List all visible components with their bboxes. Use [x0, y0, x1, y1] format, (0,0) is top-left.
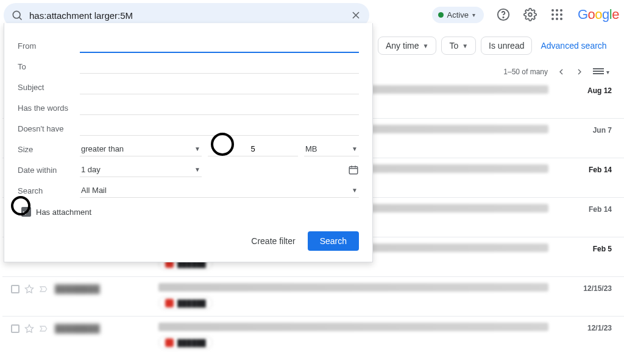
file-icon [165, 299, 174, 307]
subject-input[interactable] [80, 80, 359, 94]
chip-to[interactable]: To▼ [441, 37, 476, 55]
chevron-down-icon: ▼ [422, 43, 428, 49]
doesnt-have-input[interactable] [80, 121, 359, 136]
row-date: Aug 12 [569, 85, 612, 95]
subject-snippet [158, 283, 548, 292]
row-date: 12/15/23 [569, 283, 612, 293]
pagination-range: 1–50 of many [503, 68, 548, 76]
mail-row[interactable]: ████████ ██████ 12/1/23 [2, 316, 624, 355]
row-controls [11, 283, 49, 294]
svg-rect-14 [349, 167, 358, 174]
density-toggle[interactable]: ▾ [593, 68, 609, 75]
search-scope-select[interactable]: All Mail▼ [80, 183, 359, 198]
size-operator-select[interactable]: greater than▼ [80, 142, 202, 156]
search-button[interactable]: Search [308, 231, 359, 251]
density-icon [593, 68, 604, 75]
row-date: Feb 14 [569, 204, 612, 214]
svg-marker-12 [25, 285, 33, 293]
to-input[interactable] [80, 59, 359, 74]
active-dot-icon [438, 12, 444, 18]
search-icon [11, 9, 23, 21]
advanced-search-panel: From To Subject Has the words Doesn't ha… [4, 23, 373, 262]
row-body: ██████ [158, 323, 563, 349]
size-label: Size [18, 145, 74, 154]
gear-icon[interactable] [523, 7, 537, 22]
chip-is-unread[interactable]: Is unread [481, 37, 532, 55]
calendar-icon[interactable] [348, 164, 359, 175]
has-words-label: Has the words [18, 103, 74, 113]
sender-name: ████████ [55, 283, 152, 293]
has-attachment-row: Has attachment [21, 207, 359, 217]
next-page-icon[interactable] [575, 67, 584, 77]
chip-any-time[interactable]: Any time▼ [378, 37, 436, 55]
row-checkbox[interactable] [11, 324, 20, 333]
active-label: Active [447, 10, 469, 19]
svg-point-5 [503, 17, 503, 18]
advanced-search-link[interactable]: Advanced search [541, 41, 606, 51]
chevron-down-icon: ▾ [606, 69, 609, 75]
doesnt-have-label: Doesn't have [18, 124, 74, 133]
subject-label: Subject [18, 83, 74, 92]
row-date: Jun 7 [569, 125, 612, 135]
google-logo: Google [578, 7, 619, 23]
chevron-down-icon: ▼ [194, 145, 200, 152]
from-input[interactable] [80, 38, 359, 53]
prev-page-icon[interactable] [556, 67, 566, 77]
row-date: 12/1/23 [569, 323, 612, 332]
chevron-down-icon: ▼ [352, 145, 358, 152]
subject-snippet [158, 323, 548, 331]
has-words-input[interactable] [80, 100, 359, 115]
create-filter-button[interactable]: Create filter [251, 236, 295, 246]
to-label: To [18, 62, 74, 71]
search-scope-label: Search [18, 186, 74, 195]
important-icon[interactable] [39, 324, 49, 334]
file-icon [165, 338, 174, 347]
mail-row[interactable]: ████████ ██████ 12/15/23 [2, 276, 624, 316]
chevron-down-icon: ▼ [352, 187, 358, 194]
svg-line-1 [20, 18, 22, 20]
row-controls [11, 323, 49, 334]
search-input[interactable] [29, 10, 344, 21]
size-unit-select[interactable]: MB▼ [304, 142, 359, 156]
svg-marker-13 [25, 324, 33, 332]
row-date: Feb 5 [569, 243, 612, 253]
date-range-select[interactable]: 1 day▼ [80, 163, 202, 177]
row-checkbox[interactable] [11, 285, 20, 293]
close-icon[interactable] [350, 9, 362, 21]
attachment-chip[interactable]: ██████ [158, 336, 213, 349]
svg-point-6 [528, 13, 532, 16]
size-value-input[interactable] [208, 142, 298, 156]
svg-point-0 [13, 11, 20, 18]
row-date: Feb 14 [569, 164, 612, 174]
from-label: From [18, 41, 74, 51]
apps-icon[interactable] [550, 7, 564, 22]
has-attachment-label: Has attachment [36, 208, 91, 217]
attachment-chip[interactable]: ██████ [158, 296, 213, 310]
star-icon[interactable] [24, 284, 34, 294]
chevron-down-icon: ▾ [472, 12, 475, 18]
chevron-down-icon: ▼ [194, 166, 200, 173]
chevron-down-icon: ▼ [462, 43, 468, 49]
important-icon[interactable] [39, 284, 49, 294]
date-within-label: Date within [18, 166, 74, 175]
has-attachment-checkbox[interactable] [21, 207, 31, 217]
sender-name: ████████ [55, 323, 152, 333]
active-status-chip[interactable]: Active ▾ [432, 7, 484, 23]
help-icon[interactable] [496, 7, 511, 22]
star-icon[interactable] [24, 324, 34, 334]
row-body: ██████ [158, 283, 563, 310]
